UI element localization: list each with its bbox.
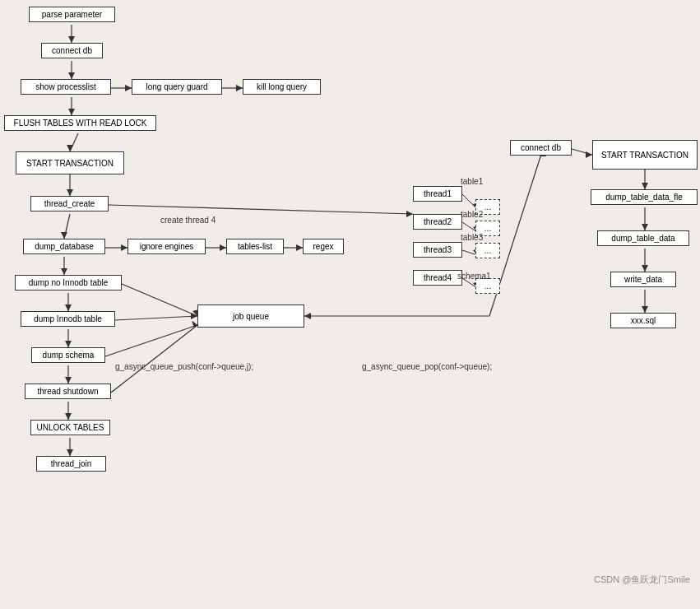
svg-marker-51 bbox=[642, 265, 648, 272]
svg-marker-3 bbox=[68, 72, 75, 79]
svg-marker-43 bbox=[406, 211, 413, 217]
svg-marker-65 bbox=[304, 313, 311, 319]
svg-marker-21 bbox=[296, 244, 303, 251]
g-async-push-label: g_async_queue_push(conf->queue,j); bbox=[115, 362, 253, 371]
svg-marker-19 bbox=[220, 244, 226, 251]
svg-marker-45 bbox=[586, 151, 592, 158]
svg-marker-9 bbox=[68, 109, 75, 115]
write-data-box: write_data bbox=[610, 272, 676, 287]
dump-no-innodb-box: dump no Innodb table bbox=[15, 275, 122, 291]
svg-marker-29 bbox=[65, 377, 72, 384]
svg-marker-49 bbox=[642, 224, 648, 230]
svg-marker-1 bbox=[68, 36, 75, 43]
thread4-box: thread4 bbox=[413, 270, 462, 286]
svg-marker-33 bbox=[67, 449, 73, 456]
xxx-sql-box: xxx.sql bbox=[610, 313, 676, 328]
svg-line-42 bbox=[109, 205, 413, 214]
svg-line-36 bbox=[115, 316, 197, 320]
flush-tables-box: FLUSH TABLES WITH READ LOCK bbox=[4, 115, 156, 131]
kill-long-query-box: kill long query bbox=[243, 79, 321, 95]
create-thread4-label: create thread 4 bbox=[160, 216, 216, 225]
table3-dot-box: ... bbox=[475, 243, 500, 258]
job-queue-box: job queue bbox=[197, 304, 304, 328]
diagram-container: parse parameter connect db show processl… bbox=[0, 0, 700, 593]
table1-label: table1 bbox=[461, 177, 483, 186]
schema1-label: schema1 bbox=[457, 272, 491, 281]
svg-line-40 bbox=[111, 325, 197, 393]
svg-marker-13 bbox=[67, 189, 73, 196]
svg-marker-27 bbox=[65, 341, 72, 347]
svg-marker-25 bbox=[65, 304, 72, 311]
connect-db-box: connect db bbox=[41, 43, 103, 58]
dump-schema-box: dump schema bbox=[31, 347, 105, 363]
svg-marker-37 bbox=[191, 313, 197, 319]
show-processlist-box: show processlist bbox=[21, 79, 111, 95]
thread2-box: thread2 bbox=[413, 214, 462, 230]
dump-table-data-file-box: dump_table_data_fle bbox=[591, 189, 698, 205]
long-query-guard-box: long query guard bbox=[132, 79, 222, 95]
svg-marker-5 bbox=[125, 85, 132, 91]
svg-marker-53 bbox=[642, 306, 648, 313]
dump-table-data-box: dump_table_data bbox=[597, 230, 689, 246]
svg-marker-15 bbox=[61, 232, 67, 239]
svg-marker-31 bbox=[65, 413, 72, 420]
svg-marker-17 bbox=[121, 244, 127, 251]
svg-marker-47 bbox=[642, 183, 648, 189]
svg-line-34 bbox=[122, 284, 197, 316]
thread-shutdown-box: thread shutdown bbox=[25, 384, 111, 399]
thread-join-box: thread_join bbox=[36, 456, 106, 472]
g-async-pop-label: g_async_queue_pop(conf->queue); bbox=[362, 362, 492, 371]
regex-box: regex bbox=[303, 239, 344, 254]
start-transaction2-box: START TRANSACTION bbox=[592, 140, 698, 170]
ignore-engines-box: ignore engines bbox=[127, 239, 206, 254]
unlock-tables-box: UNLOCK TABLES bbox=[30, 420, 110, 435]
parse-parameter-box: parse parameter bbox=[29, 7, 115, 22]
watermark: CSDN @鱼跃龙门Smile bbox=[594, 574, 690, 586]
tables-list-box: tables-list bbox=[226, 239, 284, 254]
thread1-box: thread1 bbox=[413, 186, 462, 202]
svg-line-14 bbox=[64, 214, 70, 239]
svg-marker-11 bbox=[67, 145, 73, 151]
start-transaction-box: START TRANSACTION bbox=[16, 151, 124, 174]
table3-label: table3 bbox=[461, 233, 483, 242]
svg-marker-7 bbox=[236, 85, 243, 91]
svg-marker-39 bbox=[192, 321, 197, 328]
svg-marker-23 bbox=[61, 268, 67, 275]
svg-line-38 bbox=[105, 325, 197, 356]
connect-db2-box: connect db bbox=[510, 140, 572, 156]
thread3-box: thread3 bbox=[413, 242, 462, 258]
dump-innodb-box: dump Innodb table bbox=[21, 311, 115, 327]
table2-label: table2 bbox=[461, 210, 483, 219]
thread-create-box: thread_create bbox=[30, 196, 109, 212]
svg-line-10 bbox=[70, 133, 78, 151]
svg-line-44 bbox=[572, 149, 592, 155]
dump-database-box: dump_database bbox=[23, 239, 105, 254]
